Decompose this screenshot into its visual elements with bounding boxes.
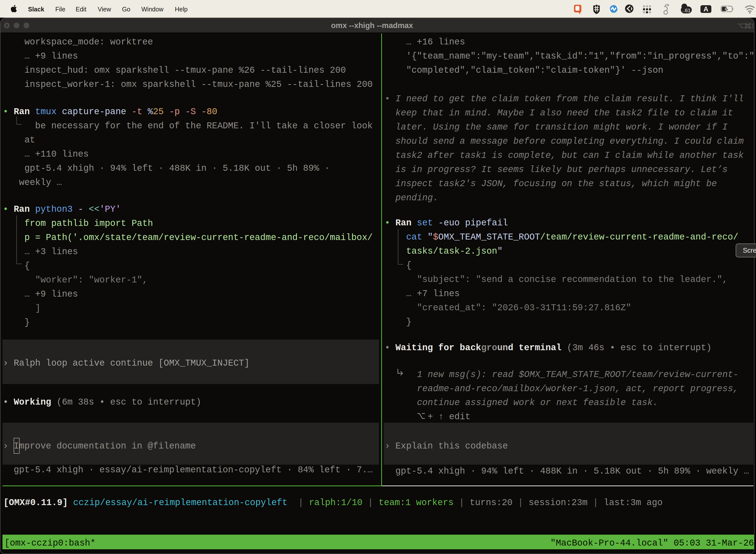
svg-text:..61: ..61 <box>682 7 691 13</box>
svg-text:1: 1 <box>751 23 753 29</box>
